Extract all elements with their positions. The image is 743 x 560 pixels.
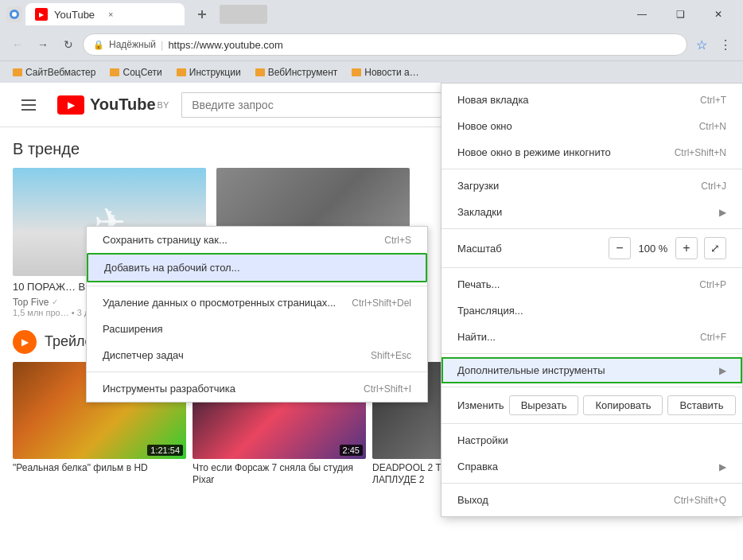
cm-zoom-minus[interactable]: − bbox=[609, 237, 631, 259]
chrome-menu: Новая вкладка Ctrl+T Новое окно Ctrl+N Н… bbox=[441, 83, 743, 517]
cm-zoom-controls: − 100 % + bbox=[609, 237, 698, 259]
address-bar[interactable]: 🔒 Надёжный | https://www.youtube.com bbox=[83, 33, 687, 56]
cm-sep-3 bbox=[442, 267, 742, 268]
cm-new-tab[interactable]: Новая вкладка Ctrl+T bbox=[442, 87, 742, 113]
cm-zoom-label: Масштаб bbox=[457, 243, 602, 255]
title-bar-left: YouTube × bbox=[6, 3, 267, 25]
svg-rect-4 bbox=[21, 99, 36, 101]
bookmark-4[interactable]: Новости а… bbox=[345, 64, 425, 81]
bookmark-3[interactable]: ВебИнструмент bbox=[249, 64, 344, 81]
cm-additional-tools-arrow: ▶ bbox=[719, 365, 726, 376]
cm-print[interactable]: Печать... Ctrl+P bbox=[442, 271, 742, 298]
cm-downloads[interactable]: Загрузки Ctrl+J bbox=[442, 173, 742, 199]
cm-exit[interactable]: Выход Ctrl+Shift+Q bbox=[442, 487, 742, 513]
cm-edit-btns: Вырезать Копировать Вставить bbox=[509, 395, 736, 415]
yt-logo-icon bbox=[57, 95, 84, 115]
address-secure-label: Надёжный bbox=[109, 39, 156, 50]
nav-actions: ☆ ⋮ bbox=[690, 33, 737, 56]
svg-rect-6 bbox=[21, 109, 36, 111]
new-tab-btn[interactable] bbox=[191, 3, 213, 25]
bookmark-folder-icon bbox=[255, 68, 265, 76]
cm-find[interactable]: Найти... Ctrl+F bbox=[442, 324, 742, 350]
trailer-title-2: Что если Форсаж 7 сняла бы студия Pixar bbox=[193, 462, 366, 487]
cm-additional-tools[interactable]: Дополнительные инструменты ▶ bbox=[442, 357, 742, 383]
star-btn[interactable]: ☆ bbox=[690, 33, 713, 56]
ctx-clear-history[interactable]: Удаление данных о просмотренных страница… bbox=[87, 290, 427, 316]
browser-window: YouTube × — ❑ ✕ ← → ↻ 🔒 Надёжный | https… bbox=[0, 0, 743, 560]
cm-sep-4 bbox=[442, 353, 742, 354]
cm-copy-btn[interactable]: Копировать bbox=[583, 395, 663, 415]
close-btn[interactable]: ✕ bbox=[700, 2, 737, 27]
cm-edit-row: Изменить Вырезать Копировать Вставить bbox=[442, 391, 742, 420]
ctx-extensions[interactable]: Расширения bbox=[87, 316, 427, 342]
yt-logo[interactable]: YouTubeBY bbox=[57, 95, 169, 115]
yt-logo-text: YouTube bbox=[90, 95, 156, 114]
bookmark-1[interactable]: СоцСети bbox=[103, 64, 168, 81]
browser-icon bbox=[6, 6, 22, 22]
bookmark-label-1: СоцСети bbox=[123, 67, 161, 78]
cm-bookmarks[interactable]: Закладки ▶ bbox=[442, 199, 742, 225]
bookmark-label-2: Инструкции bbox=[189, 67, 241, 78]
bookmark-label-4: Новости а… bbox=[364, 67, 418, 78]
ctx-devtools[interactable]: Инструменты разработчика Ctrl+Shift+I bbox=[87, 375, 427, 402]
bookmarks-bar: СайтВебмастер СоцСети Инструкции ВебИнст… bbox=[0, 60, 743, 83]
window-controls: — ❑ ✕ bbox=[624, 2, 737, 27]
address-url: https://www.youtube.com bbox=[168, 39, 283, 51]
cm-cut-btn[interactable]: Вырезать bbox=[509, 395, 579, 415]
svg-point-1 bbox=[12, 12, 17, 17]
bookmark-2[interactable]: Инструкции bbox=[170, 64, 247, 81]
back-btn[interactable]: ← bbox=[6, 33, 29, 56]
address-separator: | bbox=[161, 39, 163, 51]
ctx-task-manager[interactable]: Диспетчер задач Shift+Esc bbox=[87, 342, 427, 368]
cm-zoom-plus[interactable]: + bbox=[675, 237, 698, 259]
ctx-save-page[interactable]: Сохранить страницу как... Ctrl+S bbox=[87, 227, 427, 253]
reload-btn[interactable]: ↻ bbox=[57, 33, 80, 56]
bookmark-folder-icon bbox=[177, 68, 186, 76]
cm-paste-btn[interactable]: Вставить bbox=[667, 395, 735, 415]
tab-title: YouTube bbox=[54, 9, 95, 21]
cm-sep-1 bbox=[442, 169, 742, 169]
lock-icon: 🔒 bbox=[93, 40, 104, 50]
yt-logo-country: BY bbox=[158, 100, 169, 110]
bookmark-folder-icon bbox=[352, 68, 361, 76]
svg-rect-5 bbox=[21, 104, 36, 106]
cm-fullscreen-btn[interactable]: ⤢ bbox=[704, 237, 726, 259]
svg-rect-3 bbox=[198, 14, 206, 15]
trailer-duration-2: 2:45 bbox=[340, 445, 363, 456]
page-content: YouTubeBY В тренде 10 ПОРАЖ… ВЕЗЕНИЙ О… bbox=[0, 83, 743, 560]
tab-favicon bbox=[35, 8, 48, 21]
cm-zoom-row: Масштаб − 100 % + ⤢ bbox=[442, 232, 742, 264]
ctx-add-desktop[interactable]: Добавить на рабочий стол... bbox=[87, 253, 427, 282]
bookmark-label-0: СайтВебмастер bbox=[25, 67, 95, 78]
minimize-btn[interactable]: — bbox=[624, 2, 660, 27]
title-bar: YouTube × — ❑ ✕ bbox=[0, 0, 743, 29]
cm-sep-6 bbox=[442, 423, 742, 424]
yt-search-input[interactable] bbox=[181, 92, 455, 118]
cm-help[interactable]: Справка ▶ bbox=[442, 453, 742, 480]
nav-bar: ← → ↻ 🔒 Надёжный | https://www.youtube.c… bbox=[0, 29, 743, 60]
cm-new-window[interactable]: Новое окно Ctrl+N bbox=[442, 113, 742, 139]
cm-sep-7 bbox=[442, 483, 742, 484]
bookmark-label-3: ВебИнструмент bbox=[268, 67, 338, 78]
forward-btn[interactable]: → bbox=[32, 33, 54, 56]
cm-settings[interactable]: Настройки bbox=[442, 427, 742, 453]
restore-btn[interactable]: ❑ bbox=[662, 2, 698, 27]
chrome-menu-btn[interactable]: ⋮ bbox=[714, 33, 737, 56]
cm-sep-5 bbox=[442, 387, 742, 387]
bookmark-folder-icon bbox=[110, 68, 119, 76]
verified-badge: ✓ bbox=[52, 298, 58, 306]
bookmark-folder-icon bbox=[13, 68, 22, 76]
ctx-separator-1 bbox=[87, 286, 427, 286]
cm-incognito[interactable]: Новое окно в режиме инкогнито Ctrl+Shift… bbox=[442, 139, 742, 165]
tab-close-btn[interactable]: × bbox=[104, 8, 117, 21]
trailer-title-1: "Реальная белка" фильм в HD bbox=[13, 462, 186, 475]
tab-placeholder bbox=[220, 5, 267, 24]
active-tab[interactable]: YouTube × bbox=[25, 3, 185, 25]
cm-edit-label: Изменить bbox=[457, 399, 504, 411]
yt-menu-btn[interactable] bbox=[13, 89, 45, 121]
bookmark-0[interactable]: СайтВебмастер bbox=[6, 64, 102, 81]
cm-zoom-value: 100 % bbox=[637, 243, 669, 255]
cm-cast[interactable]: Трансляция... bbox=[442, 298, 742, 324]
trailers-icon bbox=[13, 330, 37, 354]
ctx-separator-2 bbox=[87, 371, 427, 372]
